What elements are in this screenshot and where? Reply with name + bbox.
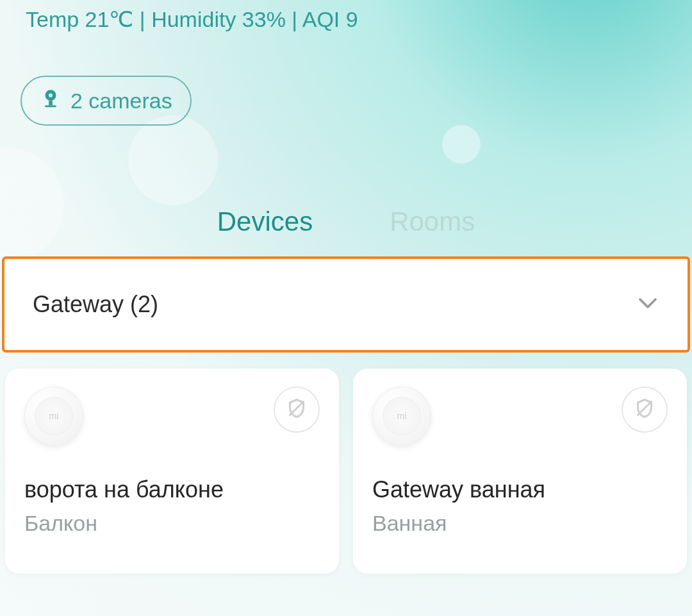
device-name: ворота на балконе <box>24 476 320 503</box>
device-status-button[interactable] <box>622 387 668 433</box>
environment-status: Temp 21℃ | Humidity 33% | AQI 9 <box>26 6 358 32</box>
device-card[interactable]: mi ворота на балконе Балкон <box>5 369 339 574</box>
tab-rooms[interactable]: Rooms <box>390 206 475 237</box>
gateway-device-icon: mi <box>372 387 431 445</box>
category-gateway-row[interactable]: Gateway (2) <box>2 256 690 353</box>
shield-off-icon <box>633 397 656 422</box>
device-name: Gateway ванная <box>372 476 668 503</box>
bg-decor <box>128 115 218 205</box>
device-room: Балкон <box>24 511 320 536</box>
device-status-button[interactable] <box>274 387 320 433</box>
device-card[interactable]: mi Gateway ванная Ванная <box>353 369 687 574</box>
device-room: Ванная <box>372 511 668 536</box>
bg-decor <box>0 147 64 263</box>
tabs: Devices Rooms <box>0 206 692 237</box>
chevron-down-icon <box>636 292 659 317</box>
cameras-button[interactable]: 2 cameras <box>21 76 192 126</box>
gateway-device-icon: mi <box>24 387 83 445</box>
bg-decor <box>442 125 481 163</box>
cameras-label: 2 cameras <box>70 88 172 113</box>
svg-point-1 <box>49 94 53 97</box>
shield-off-icon <box>285 397 308 422</box>
device-cards: mi ворота на балконе Балкон mi <box>5 369 687 574</box>
camera-icon <box>40 87 62 114</box>
tab-devices[interactable]: Devices <box>217 206 313 237</box>
category-label: Gateway (2) <box>33 291 158 318</box>
